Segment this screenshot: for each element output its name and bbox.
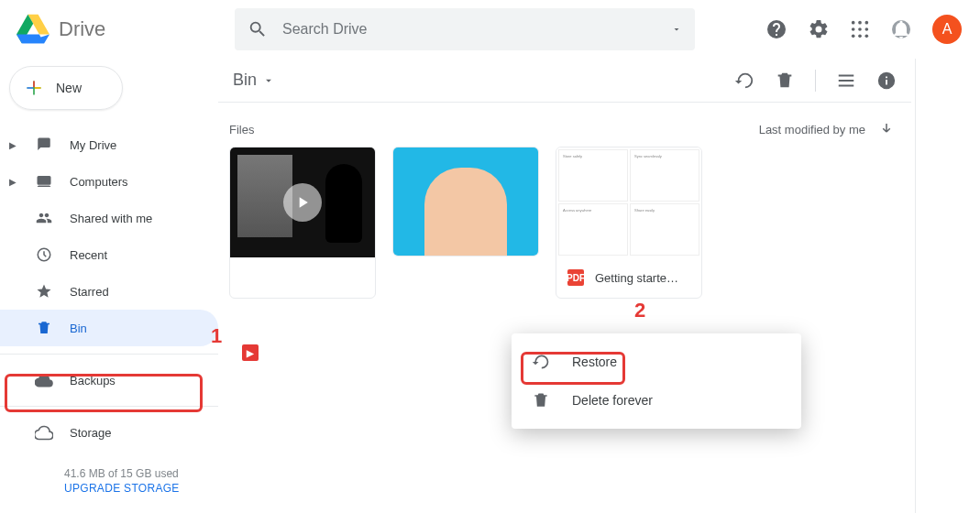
computers-icon (35, 173, 53, 190)
sort-control[interactable]: Last modified by me (759, 121, 895, 137)
sidebar-item-label: Recent (70, 248, 107, 262)
breadcrumb-label: Bin (233, 71, 257, 90)
restore-icon (532, 353, 550, 371)
file-name: Getting starte… (595, 271, 678, 285)
sort-label: Last modified by me (759, 123, 865, 136)
svg-point-0 (852, 21, 855, 25)
sidebar-item-label: Shared with me (70, 212, 152, 225)
sidebar-item-my-drive[interactable]: ▶ My Drive (0, 126, 218, 163)
app-name: Drive (59, 17, 105, 41)
sidebar-item-backups[interactable]: Backups (0, 362, 218, 398)
storage-block: 41.6 MB of 15 GB used UPGRADE STORAGE (0, 451, 218, 495)
context-menu-label: Delete forever (572, 393, 653, 408)
context-menu-delete-forever[interactable]: Delete forever (512, 381, 801, 420)
settings-icon[interactable] (808, 18, 830, 40)
sidebar-item-shared[interactable]: Shared with me (0, 200, 218, 236)
trash-icon (35, 320, 53, 336)
sidebar-item-label: Starred (70, 285, 109, 299)
pdf-preview-cell: Store safely (558, 149, 628, 202)
svg-rect-11 (35, 87, 41, 89)
right-border (915, 59, 916, 513)
svg-rect-10 (33, 82, 35, 88)
cloud-icon (35, 371, 53, 389)
sidebar-item-label: My Drive (70, 138, 116, 152)
annotation-number-2: 2 (634, 299, 645, 322)
file-tile[interactable] (392, 147, 539, 256)
list-view-icon[interactable] (836, 71, 856, 91)
sidebar-item-computers[interactable]: ▶ Computers (0, 163, 218, 200)
trash-icon (532, 391, 550, 409)
search-options-icon[interactable] (671, 24, 682, 35)
sidebar-item-label: Computers (70, 175, 128, 189)
sidebar-item-label: Storage (70, 426, 112, 440)
logo-area[interactable]: Drive (17, 13, 235, 46)
expand-icon: ▶ (9, 177, 18, 187)
pdf-preview-cell: Share easily (630, 203, 699, 256)
file-thumbnail (230, 147, 375, 257)
svg-point-8 (865, 35, 869, 38)
breadcrumb[interactable]: Bin (233, 71, 275, 90)
sidebar: New ▶ My Drive ▶ Computers Shared with m… (0, 59, 218, 513)
header: Drive A (0, 0, 980, 59)
sidebar-item-starred[interactable]: Starred (0, 273, 218, 310)
my-drive-icon (35, 136, 53, 153)
delete-toolbar-icon[interactable] (775, 71, 795, 91)
svg-rect-12 (28, 87, 34, 89)
pdf-preview-cell: Sync seamlessly (630, 149, 699, 202)
header-actions: A (765, 15, 969, 44)
storage-usage-text: 41.6 MB of 15 GB used (64, 467, 218, 480)
svg-point-2 (865, 21, 869, 25)
svg-point-1 (858, 21, 862, 25)
file-tile[interactable]: Store safely Sync seamlessly Access anyw… (556, 147, 702, 299)
file-tile[interactable]: ▶ (229, 147, 376, 299)
svg-point-4 (858, 27, 862, 31)
main-area: Bin Files Last modified by me (218, 59, 980, 513)
file-grid: ▶ Store safely Sync seamlessly Access an… (218, 147, 911, 299)
annotation-number-1: 1 (211, 324, 222, 348)
recent-icon (35, 246, 53, 263)
expand-icon: ▶ (9, 140, 18, 150)
sidebar-divider (0, 354, 218, 355)
context-menu: Restore Delete forever (512, 333, 801, 429)
sidebar-item-storage[interactable]: Storage (0, 414, 218, 451)
account-avatar[interactable]: A (932, 15, 962, 44)
file-thumbnail (393, 147, 538, 256)
sidebar-item-label: Bin (70, 322, 87, 335)
pdf-preview-cell: Access anywhere (558, 203, 628, 256)
plus-icon (25, 79, 43, 97)
section-title: Files (229, 123, 254, 136)
apps-grid-icon[interactable] (850, 19, 870, 39)
sidebar-item-bin[interactable]: Bin (0, 310, 218, 346)
sidebar-divider (0, 406, 218, 407)
restore-toolbar-icon[interactable] (734, 71, 754, 91)
search-box[interactable] (235, 8, 695, 50)
context-menu-restore[interactable]: Restore (512, 343, 801, 381)
search-icon (248, 19, 268, 39)
filetype-pdf-icon: PDF (567, 269, 584, 286)
info-icon[interactable] (876, 71, 897, 91)
section-header: Files Last modified by me (218, 103, 911, 147)
svg-point-6 (852, 35, 855, 38)
notifications-icon[interactable] (890, 18, 912, 40)
new-button[interactable]: New (9, 66, 123, 110)
context-menu-label: Restore (572, 355, 617, 369)
play-icon (283, 183, 322, 222)
search-input[interactable] (282, 21, 656, 38)
star-icon (35, 283, 53, 300)
sidebar-item-recent[interactable]: Recent (0, 236, 218, 273)
sidebar-item-label: Backups (70, 374, 116, 387)
svg-point-7 (858, 35, 862, 38)
shared-icon (35, 210, 53, 226)
help-icon[interactable] (765, 18, 787, 40)
chevron-down-icon (262, 74, 275, 87)
new-button-label: New (56, 81, 82, 95)
drive-logo-icon (17, 13, 50, 46)
upgrade-storage-link[interactable]: UPGRADE STORAGE (64, 482, 218, 495)
toolbar-divider (815, 70, 816, 92)
filetype-video-icon: ▶ (242, 344, 259, 361)
svg-point-5 (865, 27, 869, 31)
toolbar: Bin (218, 59, 911, 103)
storage-icon (35, 423, 53, 442)
arrow-down-icon (878, 121, 895, 137)
svg-point-3 (852, 27, 855, 31)
